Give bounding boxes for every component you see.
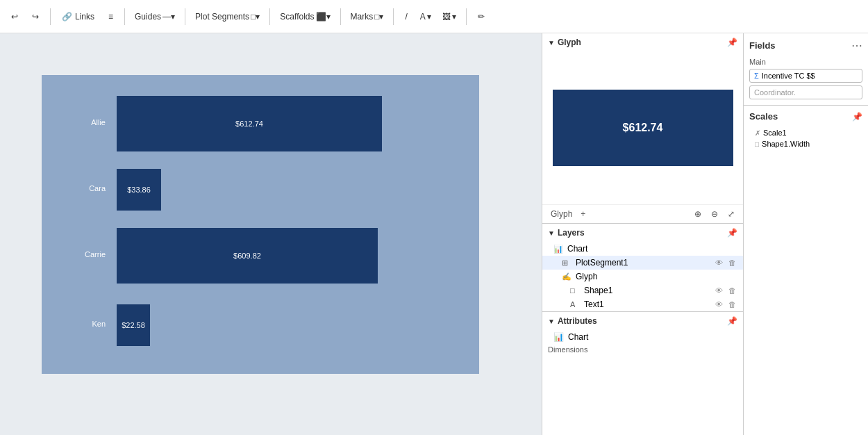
bar-Carrie: $609.82: [117, 228, 378, 284]
bar-label-Allie: Allie: [42, 118, 111, 126]
attributes-chart-label: Chart: [568, 332, 588, 342]
layer-item-text1[interactable]: A Text1 👁 🗑: [542, 297, 743, 311]
layer-shape1-label: Shape1: [584, 286, 612, 295]
layer-shape1-delete-btn[interactable]: 🗑: [727, 286, 737, 295]
field-sum-icon: Σ: [754, 72, 759, 80]
scale-item-1[interactable]: ✗ Scale1: [749, 127, 862, 138]
layer-text1-icon: A: [570, 300, 580, 309]
field-pill-1[interactable]: Σ Incentive TC $$: [749, 69, 862, 83]
bar-Cara: $33.86: [117, 169, 161, 211]
undo-icon: ↩: [11, 12, 18, 22]
eraser-button[interactable]: ✏: [472, 9, 490, 24]
link-icon: 🔗: [62, 12, 72, 22]
layers-title: Layers: [558, 228, 585, 238]
line-icon: /: [405, 12, 407, 22]
marks-dropdown-icon: □▾: [374, 12, 383, 22]
list-icon: ≡: [108, 12, 113, 22]
layer-glyph-icon: ✍: [562, 272, 571, 281]
scaffolds-button[interactable]: Scaffolds ⬛▾: [276, 9, 334, 24]
attributes-section: ▼ Attributes 📌 📊 Chart Dimensions: [542, 312, 743, 435]
chart-container: Allie$612.74Cara$33.86Carrie$609.82Ken$2…: [42, 75, 479, 374]
glyph-preview: $612.74: [542, 51, 743, 204]
layer-plotsegment-eye-btn[interactable]: 👁: [714, 258, 724, 267]
attributes-header: ▼ Attributes 📌: [542, 312, 743, 330]
field-2-value: Coordinator.: [754, 88, 796, 97]
attributes-collapse-icon[interactable]: ▼: [548, 318, 555, 325]
scale-2-label: Shape1.Width: [762, 140, 810, 148]
field-2-empty[interactable]: Coordinator.: [749, 85, 862, 99]
guides-button[interactable]: Guides —▾: [131, 9, 179, 24]
layers-pin-icon[interactable]: 📌: [727, 228, 737, 238]
canvas-area[interactable]: Allie$612.74Cara$33.86Carrie$609.82Ken$2…: [0, 33, 542, 435]
image-dropdown-icon: ▾: [452, 12, 456, 22]
glyph-value: $612.74: [623, 122, 663, 134]
layer-text1-eye-btn[interactable]: 👁: [714, 300, 724, 309]
layers-section: ▼ Layers 📌 📊 Chart ⊞ PlotSegment1: [542, 224, 743, 312]
bar-label-Cara: Cara: [42, 184, 111, 192]
glyph-title: Glyph: [558, 38, 581, 47]
redo-icon: ↪: [32, 12, 39, 22]
layer-chart-icon: 📊: [553, 245, 563, 254]
sep-3: [185, 8, 185, 25]
sep-4: [269, 8, 270, 25]
layer-text1-delete-btn[interactable]: 🗑: [727, 300, 737, 309]
layer-item-shape1[interactable]: □ Shape1 👁 🗑: [542, 284, 743, 297]
plot-segments-button[interactable]: Plot Segments □▾: [191, 9, 264, 24]
glyph-label-btn[interactable]: Glyph: [548, 208, 575, 220]
scales-header: Scales 📌: [749, 111, 862, 122]
fields-header: Fields ⋯: [749, 39, 862, 52]
scales-pin-icon[interactable]: 📌: [852, 112, 862, 122]
glyph-bar: $612.74: [553, 90, 733, 166]
bar-Allie: $612.74: [117, 96, 382, 151]
glyph-header: ▼ Glyph 📌: [542, 33, 743, 51]
glyph-add-btn[interactable]: +: [578, 208, 588, 220]
field-1-value: Incentive TC $$: [762, 72, 815, 80]
layer-plotsegment-icon: ⊞: [562, 258, 571, 268]
glyph-zoom-out-btn[interactable]: ⊖: [708, 208, 721, 220]
attributes-pin-icon[interactable]: 📌: [727, 316, 737, 326]
layer-item-plotsegment[interactable]: ⊞ PlotSegment1 👁 🗑: [542, 256, 743, 270]
attributes-title: Attributes: [558, 316, 597, 326]
attributes-chart-item[interactable]: 📊 Chart: [542, 330, 743, 344]
layer-shape1-eye-btn[interactable]: 👁: [714, 286, 724, 295]
marks-button[interactable]: Marks □▾: [347, 9, 388, 24]
image-button[interactable]: 🖼 ▾: [438, 9, 460, 24]
sep-7: [466, 8, 467, 25]
fields-title: Fields: [749, 40, 776, 51]
line-button[interactable]: /: [399, 9, 412, 24]
plot-segments-dropdown-icon: □▾: [251, 12, 260, 22]
glyph-fit-btn[interactable]: ⤢: [725, 208, 737, 220]
bar-label-Carrie: Carrie: [42, 250, 111, 258]
glyph-zoom-in-btn[interactable]: ⊕: [692, 208, 704, 220]
attributes-chart-icon: 📊: [553, 332, 564, 342]
text-dropdown-icon: ▾: [427, 12, 431, 22]
text-button[interactable]: A ▾: [416, 9, 435, 24]
layer-item-glyph[interactable]: ✍ Glyph: [542, 270, 743, 284]
layer-item-chart[interactable]: 📊 Chart: [542, 242, 743, 256]
guides-dropdown-icon: —▾: [162, 12, 175, 22]
fields-more-btn[interactable]: ⋯: [851, 39, 862, 52]
glyph-collapse-icon[interactable]: ▼: [548, 39, 555, 47]
layers-header: ▼ Layers 📌: [542, 224, 743, 242]
fields-section: Fields ⋯ Main Σ Incentive TC $$ Coordina…: [744, 33, 868, 106]
layer-text1-label: Text1: [584, 299, 604, 309]
toolbar: ↩ ↪ 🔗 Links ≡ Guides —▾ Plot Segments □▾…: [0, 0, 868, 33]
scales-title: Scales: [749, 111, 778, 122]
list-button[interactable]: ≡: [103, 9, 119, 24]
bar-label-Ken: Ken: [42, 320, 111, 328]
text-icon: A: [420, 12, 426, 22]
scale-item-2[interactable]: □ Shape1.Width: [749, 138, 862, 149]
layer-shape1-icon: □: [570, 286, 580, 295]
glyph-pin-icon[interactable]: 📌: [727, 38, 737, 47]
redo-button[interactable]: ↪: [26, 9, 44, 24]
scaffolds-dropdown-icon: ⬛▾: [316, 12, 331, 22]
links-button[interactable]: 🔗 Links: [56, 9, 100, 24]
right-panel: ▼ Glyph 📌 $612.74 Glyph + ⊕ ⊖ ⤢: [542, 33, 743, 435]
eraser-icon: ✏: [478, 12, 485, 22]
layer-plotsegment-delete-btn[interactable]: 🗑: [727, 258, 737, 267]
layers-collapse-icon[interactable]: ▼: [548, 229, 555, 237]
glyph-section: ▼ Glyph 📌 $612.74 Glyph + ⊕ ⊖ ⤢: [542, 33, 743, 224]
layer-chart-label: Chart: [567, 244, 587, 254]
undo-button[interactable]: ↩: [6, 9, 24, 24]
layer-glyph-label: Glyph: [576, 272, 597, 281]
